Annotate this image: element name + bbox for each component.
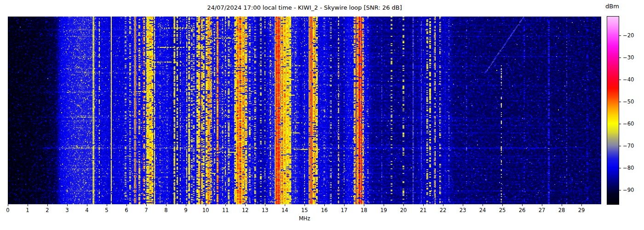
colorbar-tick-label: −20 [623,32,634,39]
x-tick-label: 24 [479,207,486,213]
x-tick-mark [107,204,107,206]
x-tick-mark [166,204,167,206]
x-tick-label: 20 [400,207,407,213]
x-tick-label: 23 [460,207,466,213]
x-tick-label: 11 [222,207,229,213]
x-tick-label: 3 [65,207,69,213]
x-tick-label: 1 [26,207,29,213]
x-tick-label: 2 [46,207,49,213]
x-tick-label: 9 [184,207,187,213]
x-tick-mark [265,204,265,206]
x-tick-label: 29 [578,207,585,213]
x-tick-mark [47,204,48,206]
x-tick-label: 28 [558,207,565,213]
x-tick-mark [423,204,424,206]
x-tick-mark [344,204,345,206]
x-tick-mark [8,204,8,206]
colorbar-tick-label: −60 [623,121,634,127]
colorbar-tick-label: −30 [623,54,634,61]
x-tick-mark [324,204,325,206]
x-tick-mark [305,204,305,206]
colorbar-label: dBm [605,3,619,10]
x-tick-mark [186,204,186,206]
x-tick-label: 5 [105,207,108,213]
x-tick-label: 27 [539,207,546,213]
x-tick-label: 8 [164,207,167,213]
x-tick-mark [562,204,562,206]
colorbar-tick-mark [619,102,621,102]
x-tick-mark [443,204,443,206]
colorbar-tick-mark [619,168,621,168]
x-tick-label: 6 [125,207,128,213]
colorbar-canvas [607,16,619,205]
x-tick-mark [28,204,28,206]
colorbar-tick-label: −80 [623,165,634,171]
x-tick-mark [581,204,582,206]
x-tick-label: 10 [202,207,209,213]
x-tick-label: 19 [380,207,387,213]
x-tick-label: 7 [144,207,148,213]
chart-title: 24/07/2024 17:00 local time - KIWI_2 - S… [8,4,601,11]
x-tick-mark [285,204,285,206]
x-tick-mark [542,204,542,206]
x-tick-label: 4 [85,207,88,213]
x-tick-mark [483,204,483,206]
x-tick-label: 16 [321,207,328,213]
colorbar-tick-label: −70 [623,143,634,149]
x-tick-mark [67,204,68,206]
colorbar-tick-mark [619,35,621,36]
x-tick-mark [522,204,523,206]
colorbar-tick-label: −50 [623,98,634,105]
colorbar-tick-mark [619,80,621,80]
x-tick-label: 22 [440,207,447,213]
x-tick-mark [384,204,384,206]
x-tick-mark [364,204,364,206]
colorbar-tick-label: −90 [623,187,634,193]
x-tick-mark [225,204,226,206]
colorbar-tick-mark [619,190,621,190]
spectrogram-figure: 24/07/2024 17:00 local time - KIWI_2 - S… [0,0,644,230]
x-tick-label: 25 [499,207,506,213]
x-tick-label: 0 [6,207,9,213]
x-tick-label: 18 [361,207,368,213]
x-tick-mark [502,204,503,206]
x-tick-mark [206,204,206,206]
x-tick-mark [146,204,147,206]
x-tick-label: 13 [262,207,269,213]
x-tick-label: 17 [341,207,348,213]
x-tick-mark [126,204,127,206]
x-tick-mark [87,204,87,206]
x-tick-mark [403,204,404,206]
x-tick-label: 21 [420,207,427,213]
x-tick-label: 12 [242,207,249,213]
x-axis-label: MHz [8,215,601,222]
x-tick-mark [245,204,246,206]
colorbar-tick-mark [619,58,621,58]
colorbar-tick-mark [619,146,621,146]
waterfall-canvas [8,17,601,204]
x-tick-label: 26 [519,207,526,213]
colorbar-tick-mark [619,124,621,124]
x-tick-label: 15 [301,207,308,213]
x-tick-label: 14 [282,207,288,213]
colorbar-tick-label: −40 [623,76,634,83]
x-tick-mark [463,204,463,206]
